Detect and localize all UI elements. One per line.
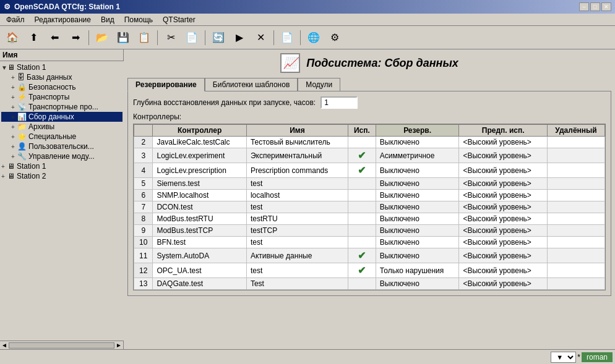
tab-templates[interactable]: Библиотеки шаблонов bbox=[205, 78, 298, 91]
main-layout: Имя ▼ 🖥 Station 1 + 🗄 Базы данных + 🔒 Бе… bbox=[0, 49, 615, 349]
col-name: Имя bbox=[246, 125, 348, 137]
sidebar-item-user[interactable]: + 👤 Пользовательски... bbox=[1, 142, 123, 151]
cell-remote bbox=[548, 225, 605, 237]
menu-file[interactable]: Файл bbox=[2, 15, 28, 25]
cell-pred-exec: <Высокий уровень> bbox=[459, 237, 548, 248]
table-row[interactable]: 8ModBus.testRTUtestRTUВыключено<Высокий … bbox=[134, 213, 605, 225]
depth-input[interactable] bbox=[320, 96, 358, 109]
cell-exec bbox=[348, 213, 376, 225]
sidebar-item-transport[interactable]: + ⚡ Транспорты bbox=[1, 92, 123, 102]
cell-controller: JavaLikeCalc.testCalc bbox=[153, 137, 246, 148]
menu-view[interactable]: Вид bbox=[97, 15, 118, 25]
cell-pred-exec: <Высокий уровень> bbox=[459, 248, 548, 263]
sidebar-item-station1-root[interactable]: ▼ 🖥 Station 1 bbox=[1, 62, 123, 72]
special-label: Специальные bbox=[28, 132, 76, 141]
table-row[interactable]: 6SNMP.localhostlocalhostВыключено<Высоки… bbox=[134, 190, 605, 201]
tb-page[interactable]: 📄 bbox=[277, 28, 297, 47]
checkmark-icon: ✔ bbox=[358, 250, 366, 261]
cell-reserve: Выключено bbox=[376, 163, 459, 178]
tb-doc[interactable]: 📋 bbox=[134, 28, 154, 47]
station1b-label: Station 1 bbox=[17, 162, 46, 171]
table-row[interactable]: 7DCON.testtestВыключено<Высокий уровень> bbox=[134, 201, 605, 213]
col-pred-exec: Предп. исп. bbox=[459, 125, 548, 137]
sidebar-header: Имя bbox=[0, 49, 123, 61]
close-button[interactable]: ✕ bbox=[601, 2, 611, 11]
status-user: roman bbox=[582, 352, 613, 362]
cell-reserve: Выключено bbox=[376, 178, 459, 190]
cell-num: 3 bbox=[134, 148, 153, 163]
tb-up[interactable]: ⬆ bbox=[24, 28, 43, 47]
cell-reserve: Выключено bbox=[376, 237, 459, 248]
cell-reserve: Только нарушения bbox=[376, 263, 459, 278]
cell-controller: ModBus.testTCP bbox=[153, 225, 246, 237]
cell-num: 7 bbox=[134, 201, 153, 213]
cell-exec bbox=[348, 278, 376, 290]
scroll-left-arrow[interactable]: ◄ bbox=[1, 342, 7, 349]
tb-play[interactable]: ▶ bbox=[230, 28, 249, 47]
cell-num: 4 bbox=[134, 163, 153, 178]
toolbar: 🏠 ⬆ ⬅ ➡ 📂 💾 📋 ✂ 📄 🔄 ▶ ✕ 📄 🌐 ⚙ bbox=[0, 26, 615, 49]
checkmark-icon: ✔ bbox=[358, 165, 366, 176]
cell-name: test bbox=[246, 263, 348, 278]
tb-stop[interactable]: ✕ bbox=[251, 28, 270, 47]
menu-qtstarter[interactable]: QTStarter bbox=[159, 15, 199, 25]
sidebar-tree: ▼ 🖥 Station 1 + 🗄 Базы данных + 🔒 Безопа… bbox=[0, 61, 124, 341]
sidebar-item-special[interactable]: + ⭐ Специальные bbox=[1, 132, 123, 142]
sidebar-item-transport-proto[interactable]: + 📡 Транспортные про... bbox=[1, 102, 123, 112]
tb-settings[interactable]: ⚙ bbox=[325, 28, 345, 47]
menu-help[interactable]: Помощь bbox=[121, 15, 157, 25]
cell-name: Активные данные bbox=[246, 248, 348, 263]
tab-modules[interactable]: Модули bbox=[298, 78, 340, 91]
tab-content: Глубина восстановления данных при запуск… bbox=[127, 91, 611, 296]
tb-forward[interactable]: ➡ bbox=[66, 28, 85, 47]
table-row[interactable]: 9ModBus.testTCPtestTCPВыключено<Высокий … bbox=[134, 225, 605, 237]
sidebar-item-station2[interactable]: + 🖥 Station 2 bbox=[1, 171, 123, 181]
cell-exec bbox=[348, 190, 376, 201]
sidebar-item-station1b[interactable]: + 🖥 Station 1 bbox=[1, 161, 123, 171]
maximize-button[interactable]: □ bbox=[590, 2, 600, 11]
sidebar-item-security[interactable]: + 🔒 Безопасность bbox=[1, 82, 123, 92]
cell-exec: ✔ bbox=[348, 263, 376, 278]
sidebar-item-data-collect[interactable]: + 📊 Сбор данных bbox=[1, 112, 123, 122]
sidebar-scrollbar[interactable]: ◄ ► bbox=[0, 341, 123, 349]
station2-label: Station 2 bbox=[17, 172, 46, 180]
table-row[interactable]: 3LogicLev.experimentЭкспериментальный✔Ас… bbox=[134, 148, 605, 163]
sidebar-item-modules[interactable]: + 🔧 Управление моду... bbox=[1, 151, 123, 161]
cell-pred-exec: <Высокий уровень> bbox=[459, 163, 548, 178]
controllers-table-wrapper[interactable]: Контроллер Имя Исп. Резерв. Предп. исп. … bbox=[133, 124, 606, 290]
table-row[interactable]: 4LogicLev.prescriptionPrescription comma… bbox=[134, 163, 605, 178]
cell-pred-exec: <Высокий уровень> bbox=[459, 148, 548, 163]
cell-pred-exec: <Высокий уровень> bbox=[459, 201, 548, 213]
status-dropdown[interactable]: ▼ bbox=[551, 352, 576, 363]
db-label: Базы данных bbox=[27, 73, 72, 82]
table-row[interactable]: 11System.AutoDAАктивные данные✔Выключено… bbox=[134, 248, 605, 263]
tb-save[interactable]: 💾 bbox=[113, 28, 133, 47]
tab-reservation[interactable]: Резервирование bbox=[127, 78, 205, 91]
horizontal-scrollbar[interactable] bbox=[9, 342, 114, 349]
tb-back[interactable]: ⬅ bbox=[45, 28, 64, 47]
scroll-right-arrow[interactable]: ► bbox=[116, 342, 122, 349]
cell-exec bbox=[348, 237, 376, 248]
table-row[interactable]: 13DAQGate.testTestВыключено<Высокий уров… bbox=[134, 278, 605, 290]
tb-open[interactable]: 📂 bbox=[92, 28, 112, 47]
cell-controller: DAQGate.test bbox=[153, 278, 246, 290]
minimize-button[interactable]: – bbox=[579, 2, 589, 11]
table-row[interactable]: 5Siemens.testtestВыключено<Высокий урове… bbox=[134, 178, 605, 190]
table-row[interactable]: 2JavaLikeCalc.testCalcТестовый вычислите… bbox=[134, 137, 605, 148]
tb-refresh[interactable]: 🔄 bbox=[209, 28, 228, 47]
sidebar-item-archives[interactable]: + 📁 Архивы bbox=[1, 122, 123, 132]
tb-cut[interactable]: ✂ bbox=[161, 28, 181, 47]
table-row[interactable]: 10BFN.testtestВыключено<Высокий уровень> bbox=[134, 237, 605, 248]
archives-icon: 📁 bbox=[17, 122, 27, 131]
status-star[interactable]: * bbox=[577, 353, 580, 362]
tb-home[interactable]: 🏠 bbox=[2, 28, 22, 47]
cell-pred-exec: <Высокий уровень> bbox=[459, 137, 548, 148]
tb-copy[interactable]: 📄 bbox=[182, 28, 202, 47]
cell-controller: Siemens.test bbox=[153, 178, 246, 190]
user-label: Пользовательски... bbox=[28, 142, 94, 151]
menu-edit[interactable]: Редактирование bbox=[31, 15, 95, 25]
table-row[interactable]: 12OPC_UA.testtest✔Только нарушения<Высок… bbox=[134, 263, 605, 278]
tabs-container: Резервирование Библиотеки шаблонов Модул… bbox=[127, 78, 611, 91]
tb-network[interactable]: 🌐 bbox=[304, 28, 324, 47]
sidebar-item-db[interactable]: + 🗄 Базы данных bbox=[1, 72, 123, 82]
